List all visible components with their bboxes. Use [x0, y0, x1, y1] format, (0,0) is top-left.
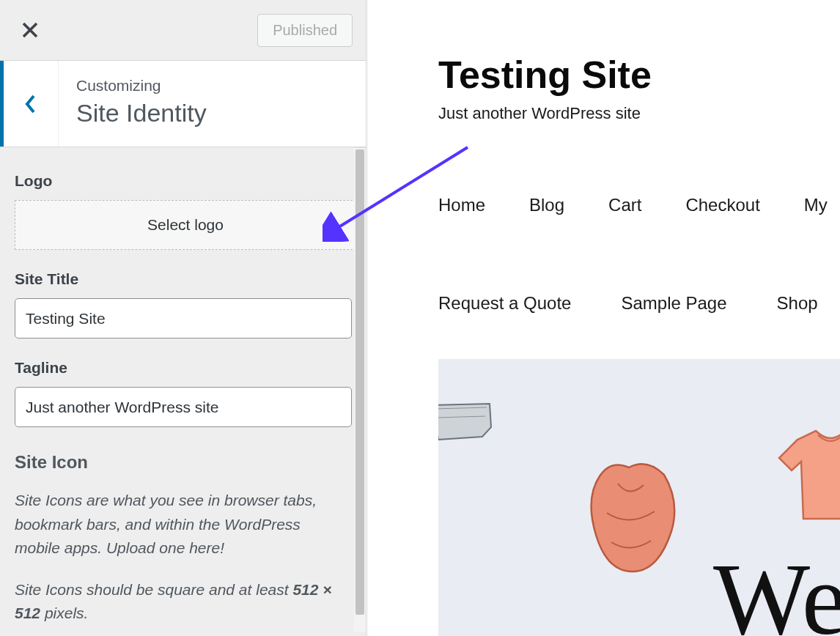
section-title: Site Identity: [76, 99, 348, 127]
panel-body: Logo Select logo Site Title Tagline Site…: [0, 147, 366, 632]
panel-preview-divider: [367, 0, 382, 636]
site-title-label: Site Title: [15, 270, 351, 288]
nav-link[interactable]: Home: [438, 195, 485, 215]
publish-status-button[interactable]: Published: [257, 14, 353, 47]
customizer-panel: Published Customizing Site Identity Logo…: [0, 0, 366, 636]
garment-illustration: [775, 425, 840, 528]
section-titles: Customizing Site Identity: [59, 61, 366, 147]
close-button[interactable]: [13, 13, 47, 47]
site-icon-desc-2-pre: Site Icons should be square and at least: [15, 581, 292, 598]
preview-site-tagline: Just another WordPress site: [438, 104, 641, 123]
tagline-input[interactable]: [15, 387, 352, 427]
select-logo-button[interactable]: Select logo: [15, 200, 356, 250]
preview-site-title[interactable]: Testing Site: [438, 53, 652, 97]
nav-link[interactable]: Cart: [608, 195, 641, 215]
section-header: Customizing Site Identity: [0, 61, 366, 147]
garment-illustration: [438, 402, 497, 445]
nav-link[interactable]: My: [804, 195, 828, 215]
site-icon-heading: Site Icon: [15, 452, 351, 473]
chevron-left-icon: [24, 94, 37, 114]
preview-hero-text: We: [713, 540, 840, 636]
section-kicker: Customizing: [76, 77, 348, 95]
site-preview: Testing Site Just another WordPress site…: [382, 0, 840, 636]
customizer-topbar: Published: [0, 0, 366, 61]
nav-link[interactable]: Request a Quote: [438, 293, 571, 314]
preview-nav-row1: Home Blog Cart Checkout My: [438, 195, 828, 215]
garment-illustration: [578, 462, 688, 579]
nav-link[interactable]: Sample Page: [621, 293, 726, 314]
preview-nav-row2: Request a Quote Sample Page Shop: [438, 293, 818, 314]
site-icon-desc-2: Site Icons should be square and at least…: [15, 578, 337, 626]
panel-scrollbar[interactable]: [354, 147, 366, 632]
close-icon: [22, 22, 38, 38]
nav-link[interactable]: Checkout: [685, 195, 759, 215]
nav-link[interactable]: Shop: [777, 293, 818, 314]
site-title-input[interactable]: [15, 298, 352, 339]
nav-link[interactable]: Blog: [529, 195, 564, 215]
logo-label: Logo: [15, 172, 351, 190]
back-button[interactable]: [0, 61, 59, 147]
preview-hero-banner: We: [438, 359, 840, 636]
site-icon-desc-2-post: pixels.: [40, 604, 88, 621]
tagline-label: Tagline: [15, 359, 351, 377]
panel-scrollbar-thumb[interactable]: [355, 149, 364, 615]
site-icon-desc-1: Site Icons are what you see in browser t…: [15, 489, 337, 561]
